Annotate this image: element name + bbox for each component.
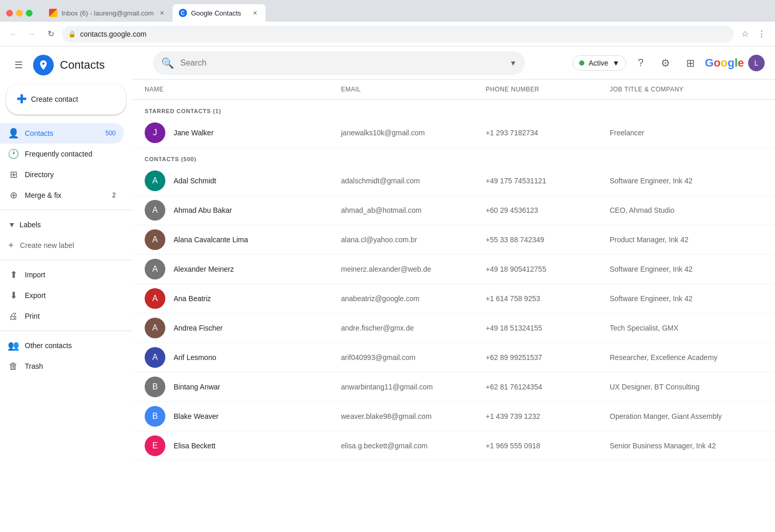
sidebar-item-other-contacts[interactable]: 👥 Other contacts (0, 335, 124, 356)
contact-email: adalschmidt@gmail.com (341, 177, 486, 185)
maximize-window-btn[interactable] (26, 10, 33, 17)
contacts-favicon: C (179, 9, 187, 17)
contact-phone: +62 89 99251537 (486, 353, 610, 362)
contact-email: anwarbintang11@gmail.com (341, 383, 486, 391)
search-input[interactable] (180, 58, 503, 68)
refresh-button[interactable]: ↻ (43, 27, 58, 41)
col-job: Job title & company (610, 86, 763, 93)
sidebar-item-contacts[interactable]: 👤 Contacts 500 (0, 123, 124, 144)
contact-job: Tech Specialist, GMX (610, 324, 763, 332)
contact-phone: +49 175 74531121 (486, 177, 610, 185)
sidebar-frequently-label: Frequently contacted (25, 150, 92, 158)
avatar: J (145, 122, 165, 143)
browser-titlebar: Inbox (6) - laureng@gmail.com ✕ C Google… (0, 0, 775, 22)
contact-phone: +62 81 76124354 (486, 383, 610, 391)
tab-contacts[interactable]: C Google Contacts ✕ (173, 4, 266, 22)
contact-row[interactable]: A Andrea Fischer andre.fischer@gmx.de +4… (132, 314, 775, 343)
contact-phone: +1 293 7182734 (486, 129, 610, 137)
contact-row[interactable]: A Alana Cavalcante Lima alana.cl@yahoo.c… (132, 225, 775, 255)
labels-section-toggle[interactable]: ▼ Labels (0, 214, 132, 235)
settings-button[interactable]: ⚙ (655, 53, 676, 73)
status-button[interactable]: Active ▼ (572, 55, 626, 71)
header-bar: 🔍 ▼ Active ▼ ? ⚙ ⊞ (132, 46, 775, 80)
sidebar-header: ☰ Contacts (0, 51, 132, 80)
sidebar-item-print[interactable]: 🖨 Print (0, 306, 124, 326)
sidebar-bottom-nav: ⬆ Import ⬇ Export 🖨 Print (0, 264, 132, 326)
apps-grid-icon: ⊞ (686, 57, 695, 69)
close-window-btn[interactable] (6, 10, 13, 17)
create-contact-label: Create contact (31, 95, 78, 103)
contact-name: Ahmad Abu Bakar (174, 206, 232, 214)
contact-row[interactable]: A Ana Beatriz anabeatriz@google.com +1 6… (132, 284, 775, 314)
apps-button[interactable]: ⊞ (680, 53, 701, 73)
contact-name-cell: B Bintang Anwar (145, 377, 341, 397)
labels-section-label: Labels (20, 221, 41, 229)
browser-chrome: Inbox (6) - laureng@gmail.com ✕ C Google… (0, 0, 775, 46)
print-icon: 🖨 (8, 311, 19, 322)
contact-row[interactable]: A Adal Schmidt adalschmidt@gmail.com +49… (132, 166, 775, 196)
search-bar: 🔍 ▼ (153, 51, 525, 75)
sidebar-print-label: Print (25, 312, 40, 320)
contact-name: Bintang Anwar (174, 383, 220, 391)
create-label-button[interactable]: + Create new label (0, 235, 124, 256)
contact-row[interactable]: A Alexander Meinerz meinerz.alexander@we… (132, 255, 775, 284)
contact-phone: +49 18 51324155 (486, 324, 610, 332)
col-phone: Phone number (486, 86, 610, 93)
contact-name-cell: E Elisa Beckett (145, 435, 341, 456)
history-icon: 🕐 (8, 148, 19, 160)
contact-row[interactable]: A Ahmad Abu Bakar ahmad_ab@hotmail.com +… (132, 196, 775, 225)
search-dropdown-icon[interactable]: ▼ (509, 59, 517, 67)
sidebar-directory-label: Directory (25, 170, 54, 179)
main-content: Name Email Phone number Job title & comp… (132, 80, 775, 532)
avatar: E (145, 435, 165, 456)
sidebar-item-export[interactable]: ⬇ Export (0, 285, 124, 306)
contact-phone: +1 439 739 1232 (486, 412, 610, 420)
contact-row[interactable]: B Blake Weaver weaver.blake98@gmail.com … (132, 402, 775, 431)
contact-name-cell: J Jane Walker (145, 122, 341, 143)
contact-email: anabeatriz@google.com (341, 294, 486, 303)
create-contact-button[interactable]: ✚ Create contact (6, 84, 126, 115)
back-button[interactable]: ← (6, 27, 21, 41)
browser-toolbar: ← → ↻ 🔒 contacts.google.com ☆ ⋮ (0, 22, 775, 46)
sidebar-divider-3 (0, 331, 132, 331)
contact-name: Arif Lesmono (174, 353, 216, 362)
contact-name-cell: A Alana Cavalcante Lima (145, 229, 341, 250)
browser-tabs: Inbox (6) - laureng@gmail.com ✕ C Google… (43, 4, 266, 22)
main-wrap: 🔍 ▼ Active ▼ ? ⚙ ⊞ (132, 46, 775, 532)
address-text: contacts.google.com (80, 30, 146, 38)
browser-toolbar-right: ☆ ⋮ (738, 27, 769, 41)
sidebar-item-trash[interactable]: 🗑 Trash (0, 356, 124, 377)
starred-section-label: STARRED CONTACTS (1) (132, 100, 775, 118)
address-bar[interactable]: 🔒 contacts.google.com (62, 26, 734, 42)
sidebar-item-directory[interactable]: ⊞ Directory (0, 164, 124, 185)
sidebar-trash-label: Trash (25, 362, 43, 370)
sidebar-item-merge[interactable]: ⊕ Merge & fix 2 (0, 185, 124, 206)
contact-row[interactable]: B Bintang Anwar anwarbintang11@gmail.com… (132, 372, 775, 402)
contact-row[interactable]: J Jane Walker janewalks10k@gmail.com +1 … (132, 118, 775, 148)
contact-job: UX Designer, BT Consulting (610, 383, 763, 391)
tab-gmail-close[interactable]: ✕ (158, 9, 166, 17)
minimize-window-btn[interactable] (16, 10, 23, 17)
user-avatar[interactable]: L (748, 55, 765, 71)
google-logo: Google (705, 56, 744, 70)
contact-row[interactable]: A Arif Lesmono arif040993@gmail.com +62 … (132, 343, 775, 372)
star-button[interactable]: ☆ (738, 27, 752, 41)
help-button[interactable]: ? (630, 53, 651, 73)
contact-row[interactable]: E Elisa Beckett elisa.g.beckett@gmail.co… (132, 431, 775, 461)
sidebar-item-frequently[interactable]: 🕐 Frequently contacted (0, 144, 124, 164)
lock-icon: 🔒 (68, 30, 76, 38)
hamburger-menu[interactable]: ☰ (8, 55, 29, 75)
tab-contacts-close[interactable]: ✕ (251, 9, 259, 17)
contact-job: Software Engineer, Ink 42 (610, 294, 763, 303)
sidebar-item-import[interactable]: ⬆ Import (0, 264, 124, 285)
browser-menu-button[interactable]: ⋮ (754, 27, 769, 41)
tab-gmail[interactable]: Inbox (6) - laureng@gmail.com ✕ (43, 4, 173, 22)
contact-name: Ana Beatriz (174, 294, 211, 303)
avatar: A (145, 288, 165, 309)
other-contacts-icon: 👥 (8, 340, 19, 351)
contact-name: Andrea Fischer (174, 324, 223, 332)
contact-phone: +60 29 4536123 (486, 206, 610, 214)
avatar: A (145, 170, 165, 191)
forward-button[interactable]: → (25, 27, 39, 41)
create-label-text: Create new label (20, 241, 74, 249)
